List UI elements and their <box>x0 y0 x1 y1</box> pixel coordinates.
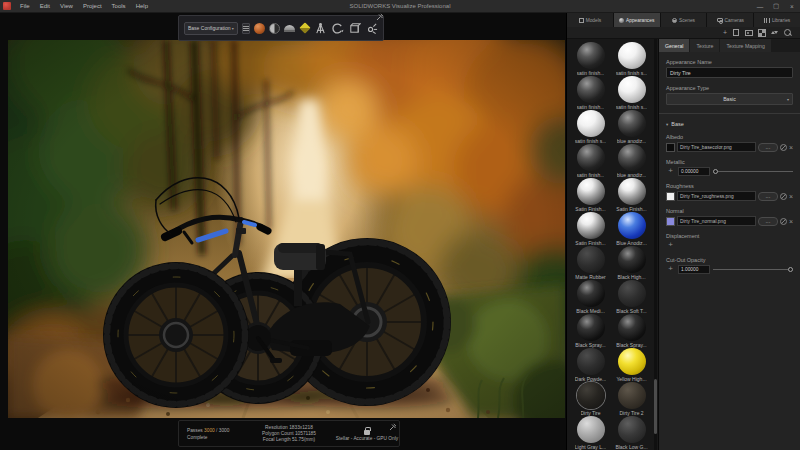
albedo-texture-field[interactable]: Dirty Tire_basecolor.png <box>677 142 756 152</box>
tab-libraries[interactable]: Libraries <box>754 13 800 27</box>
appearance-swatch-label: Light Gray L... <box>575 444 606 450</box>
roughness-label: Roughness <box>666 183 793 189</box>
appearance-swatch[interactable]: Light Gray L... <box>570 416 611 450</box>
tab-scenes[interactable]: Scenes <box>661 13 707 27</box>
import-image-icon[interactable] <box>745 30 753 36</box>
appearance-palette: satin finish... satin finish s... satin … <box>567 39 659 450</box>
albedo-swatch[interactable] <box>666 143 675 152</box>
appearance-swatch[interactable]: Satin Finish... <box>611 178 652 212</box>
appearance-swatch[interactable]: Black Spray... <box>611 314 652 348</box>
metallic-slider[interactable] <box>713 167 793 176</box>
cutout-slider[interactable] <box>713 265 793 274</box>
texture-drop-icon[interactable]: + <box>666 167 675 176</box>
scrollbar-thumb[interactable] <box>654 379 657 434</box>
pin-icon[interactable] <box>376 13 384 21</box>
appearance-swatch[interactable]: blue anodiz... <box>611 110 652 144</box>
base-section-header[interactable]: ▾ Base <box>666 121 793 127</box>
appearance-swatch[interactable]: Blue Anodiz... <box>611 212 652 246</box>
appearances-tool-button[interactable] <box>254 21 265 36</box>
environments-button[interactable] <box>284 21 295 36</box>
appearance-swatch[interactable]: blue anodiz... <box>611 144 652 178</box>
appearance-swatch[interactable]: satin finish s... <box>611 42 652 76</box>
tab-cameras[interactable]: Cameras <box>707 13 753 27</box>
appearance-swatch[interactable]: satin finish s... <box>611 76 652 110</box>
appearance-swatch[interactable]: Matte Rubber <box>570 246 611 280</box>
texture-drop-icon[interactable]: + <box>666 241 675 250</box>
tab-models[interactable]: Models <box>567 13 613 27</box>
tab-appearances[interactable]: Appearances <box>614 13 660 27</box>
appearance-sphere-icon <box>577 212 605 239</box>
appearance-swatch[interactable]: Black Medi... <box>570 280 611 314</box>
appearance-swatch[interactable]: Black Soft T... <box>611 280 652 314</box>
turntable-button[interactable] <box>331 21 344 36</box>
output-tools-button[interactable] <box>365 21 378 36</box>
split-view-button[interactable] <box>269 21 280 36</box>
configuration-dropdown[interactable]: Base Configuration ▾ <box>184 22 238 35</box>
slider-knob[interactable] <box>713 169 718 174</box>
appearance-swatch[interactable]: Black Spray... <box>570 314 611 348</box>
palette-scrollbar[interactable] <box>654 39 657 450</box>
tab-texture-mapping[interactable]: Texture Mapping <box>720 39 770 52</box>
disable-texture-icon[interactable] <box>780 144 787 151</box>
cutout-value-input[interactable]: 1.00000 <box>678 265 710 274</box>
appearance-swatch[interactable]: Dirty Tire <box>570 382 611 416</box>
restore-button[interactable]: ▢ <box>768 0 784 13</box>
close-button[interactable]: × <box>784 0 800 13</box>
appearance-swatch[interactable]: satin finish... <box>570 144 611 178</box>
appearance-swatch[interactable]: Yellow High... <box>611 348 652 382</box>
sort-icon[interactable] <box>771 29 778 36</box>
render-canvas[interactable] <box>8 40 565 418</box>
appearance-type-dropdown[interactable]: Basic ▾ <box>666 93 793 105</box>
normal-texture-field[interactable]: Dirty Tire_normal.png <box>677 216 756 226</box>
new-document-icon[interactable] <box>733 29 739 36</box>
roughness-texture-field[interactable]: Dirty Tire_roughness.png <box>677 191 756 201</box>
remove-texture-icon[interactable]: × <box>789 144 793 151</box>
tab-general[interactable]: General <box>659 39 689 52</box>
focal-length-readout: Focal Length 51.75(mm) <box>243 437 335 442</box>
pin-icon[interactable] <box>389 423 397 431</box>
albedo-browse-button[interactable]: ... <box>758 143 778 152</box>
remove-texture-icon[interactable]: × <box>789 193 793 200</box>
roughness-swatch[interactable] <box>666 192 675 201</box>
metallic-row: + 0.00000 <box>666 167 793 176</box>
grid-view-icon[interactable] <box>759 30 765 36</box>
configuration-list-button[interactable] <box>242 23 250 34</box>
minimize-button[interactable]: — <box>752 0 768 13</box>
appearance-swatch[interactable]: satin finish... <box>570 76 611 110</box>
appearance-swatch[interactable]: satin finish... <box>570 42 611 76</box>
appearance-swatch[interactable]: Dirty Tire 2 <box>611 382 652 416</box>
appearance-swatch[interactable]: Satin Finish... <box>570 212 611 246</box>
cameras-icon <box>717 18 723 22</box>
remove-texture-icon[interactable]: × <box>789 218 793 225</box>
roughness-browse-button[interactable]: ... <box>758 192 778 201</box>
cameras-button[interactable] <box>314 21 327 36</box>
texture-drop-icon[interactable]: + <box>666 265 675 274</box>
menu-file[interactable]: File <box>15 3 35 9</box>
appearance-name-input[interactable]: Dirty Tire <box>666 67 793 78</box>
disable-texture-icon[interactable] <box>780 193 787 200</box>
models-button[interactable] <box>299 21 310 36</box>
menu-help[interactable]: Help <box>131 3 153 9</box>
search-icon[interactable] <box>784 29 792 37</box>
appearance-swatch[interactable]: Black Low G... <box>611 416 652 450</box>
disable-texture-icon[interactable] <box>780 218 787 225</box>
normal-swatch[interactable] <box>666 217 675 226</box>
appearance-swatch[interactable]: Black High... <box>611 246 652 280</box>
appearance-sphere-icon <box>577 246 605 273</box>
normal-browse-button[interactable]: ... <box>758 217 778 226</box>
render-button[interactable] <box>348 21 361 36</box>
appearance-swatch[interactable]: Dark Powde... <box>570 348 611 382</box>
add-appearance-button[interactable]: + <box>723 29 727 36</box>
appearance-swatch[interactable]: Satin Finish... <box>570 178 611 212</box>
appearance-swatch[interactable]: satin finish s... <box>570 110 611 144</box>
tab-texture[interactable]: Texture <box>690 39 719 52</box>
menu-view[interactable]: View <box>55 3 78 9</box>
slider-knob[interactable] <box>788 267 793 272</box>
menu-project[interactable]: Project <box>78 3 107 9</box>
displacement-label: Displacement <box>666 233 793 239</box>
menu-tools[interactable]: Tools <box>107 3 131 9</box>
menu-edit[interactable]: Edit <box>35 3 55 9</box>
metallic-value-input[interactable]: 0.00000 <box>678 167 710 176</box>
appearance-sphere-icon <box>618 382 646 409</box>
viewport-3d[interactable]: Base Configuration ▾ <box>0 13 566 450</box>
